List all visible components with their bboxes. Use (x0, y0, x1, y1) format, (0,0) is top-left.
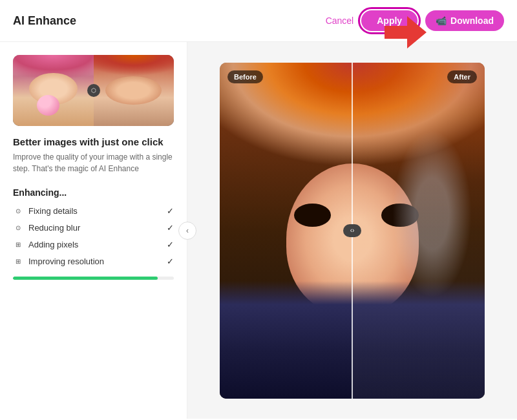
description-text: Improve the quality of your image with a… (13, 151, 174, 174)
enhance-item-left: ⊙ Fixing details (13, 205, 78, 216)
download-button[interactable]: 📹 Download (425, 10, 504, 31)
before-label: Before (227, 70, 263, 83)
thumbnail-divider-icon: ⬡ (87, 84, 100, 97)
comparison-divider-handle[interactable]: ‹› (343, 224, 361, 237)
reducing-blur-icon: ⊙ (13, 222, 23, 233)
progress-fill (13, 277, 158, 280)
adding-pixels-check: ✓ (167, 240, 174, 249)
right-panel: ‹ ‹› Before After (187, 42, 517, 419)
fixing-details-label: Fixing details (28, 206, 78, 216)
fixing-details-check: ✓ (167, 206, 174, 216)
enhance-item-left: ⊞ Improving resolution (13, 256, 104, 266)
apply-button[interactable]: Apply (361, 10, 417, 31)
enhance-item-left: ⊞ Adding pixels (13, 239, 78, 249)
header-actions: Cancel Apply 📹 Download (326, 10, 504, 31)
improving-resolution-icon: ⊞ (13, 256, 23, 266)
reducing-blur-check: ✓ (167, 223, 174, 233)
download-label: Download (450, 16, 494, 26)
enhance-item-left: ⊙ Reducing blur (13, 222, 80, 233)
left-panel: ⬡ Better images with just one click Impr… (0, 42, 187, 419)
enhance-item-reducing-blur: ⊙ Reducing blur ✓ (13, 222, 174, 233)
progress-bar (13, 277, 174, 280)
enhance-item-adding-pixels: ⊞ Adding pixels ✓ (13, 239, 174, 249)
reducing-blur-label: Reducing blur (28, 223, 80, 233)
thumbnail-container: ⬡ (13, 55, 174, 126)
main-layout: ⬡ Better images with just one click Impr… (0, 42, 517, 419)
cancel-button[interactable]: Cancel (326, 16, 354, 26)
video-camera-icon: 📹 (436, 16, 447, 26)
page-title: AI Enhance (13, 14, 76, 28)
improving-resolution-check: ✓ (167, 257, 174, 266)
enhance-item-fixing-details: ⊙ Fixing details ✓ (13, 205, 174, 216)
improving-resolution-label: Improving resolution (28, 257, 104, 266)
enhance-item-improving-resolution: ⊞ Improving resolution ✓ (13, 256, 174, 266)
adding-pixels-label: Adding pixels (28, 240, 78, 249)
app-header: AI Enhance Cancel Apply 📹 Download (0, 0, 517, 42)
collapse-panel-button[interactable]: ‹ (178, 222, 196, 240)
enhancing-title: Enhancing... (13, 187, 174, 198)
fixing-details-icon: ⊙ (13, 205, 23, 216)
after-label: After (447, 70, 477, 83)
background-figure (392, 130, 472, 298)
adding-pixels-icon: ⊞ (13, 239, 23, 249)
comparison-image: ‹› Before After (220, 63, 485, 399)
description-title: Better images with just one click (13, 136, 174, 147)
progress-container (13, 277, 174, 280)
